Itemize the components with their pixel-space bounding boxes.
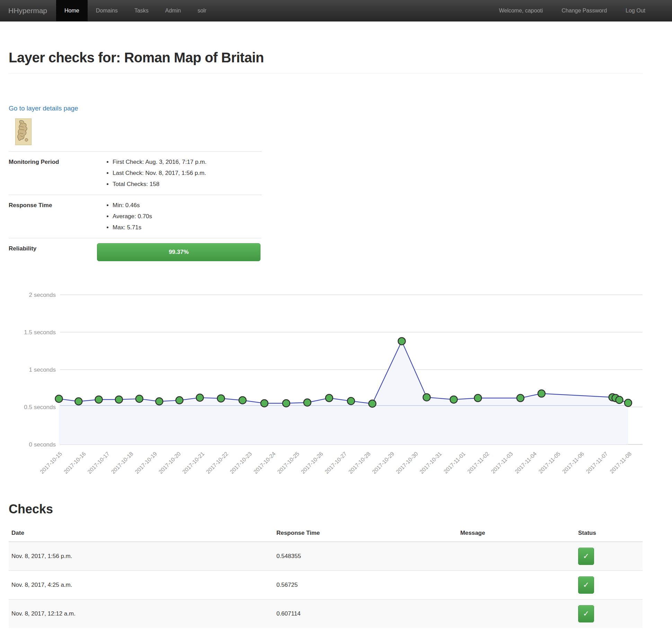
y-axis-tick-label: 0.5 seconds — [24, 404, 56, 410]
x-axis-tick-label: 2017-11-08 — [609, 451, 633, 475]
nav-item-domains[interactable]: Domains — [88, 0, 126, 21]
data-point-marker — [326, 395, 333, 402]
column-header-message: Message — [458, 525, 575, 542]
x-axis-tick-label: 2017-10-24 — [253, 451, 277, 475]
detail-item: Max: 5.71s — [113, 222, 262, 233]
x-axis-tick-label: 2017-10-15 — [39, 451, 63, 475]
data-point-marker — [75, 398, 82, 405]
x-axis-tick-label: 2017-11-05 — [538, 451, 562, 475]
status-ok-check-icon[interactable]: ✓ — [578, 576, 594, 594]
data-point-marker — [115, 396, 123, 403]
check-message-cell — [458, 600, 575, 628]
response-time-chart: 0 seconds0.5 seconds1 seconds1.5 seconds… — [9, 285, 643, 493]
data-point-marker — [474, 395, 481, 402]
detail-item: Last Check: Nov. 8, 2017, 1:56 p.m. — [113, 168, 262, 179]
data-point-marker — [156, 398, 163, 405]
column-header-date: Date — [9, 525, 274, 542]
data-point-marker — [616, 396, 623, 404]
checks-heading: Checks — [9, 502, 643, 516]
nav-item-admin[interactable]: Admin — [157, 0, 189, 21]
layer-summary-table: Monitoring Period First Check: Aug. 3, 2… — [9, 151, 262, 266]
x-axis-tick-label: 2017-10-28 — [347, 451, 372, 475]
x-axis-tick-label: 2017-11-01 — [443, 451, 467, 475]
y-axis-tick-label: 2 seconds — [29, 292, 56, 298]
y-axis-tick-label: 0 seconds — [29, 441, 56, 448]
response-time-list: Min: 0.46sAverage: 0.70sMax: 5.71s — [97, 200, 262, 233]
reliability-progress-bar: 99.37% — [97, 243, 260, 261]
nav-item-tasks[interactable]: Tasks — [126, 0, 157, 21]
check-response-time-cell: 0.56725 — [274, 571, 458, 600]
content-wrapper: Layer checks for: Roman Map of Britain G… — [9, 50, 643, 628]
data-point-marker — [423, 393, 430, 401]
x-axis-tick-label: 2017-10-19 — [134, 451, 158, 475]
data-point-marker — [261, 400, 268, 407]
x-axis-tick-label: 2017-11-02 — [466, 451, 490, 475]
x-axis-tick-label: 2017-10-26 — [300, 451, 324, 475]
checks-header-row: Date Response Time Message Status — [9, 525, 643, 542]
check-date-cell: Nov. 8, 2017, 1:56 p.m. — [9, 542, 274, 571]
x-axis-tick-label: 2017-10-16 — [63, 451, 87, 475]
detail-item: Min: 0.46s — [113, 200, 262, 211]
user-nav-item-2[interactable]: Log Out — [616, 0, 655, 21]
detail-item: Average: 0.70s — [113, 211, 262, 222]
top-navbar: HHypermap HomeDomainsTasksAdminsolr Welc… — [0, 0, 672, 21]
detail-item: Total Checks: 158 — [113, 179, 262, 190]
column-header-response-time: Response Time — [274, 525, 458, 542]
x-axis-tick-label: 2017-11-07 — [585, 451, 609, 475]
check-status-cell: ✓ — [575, 600, 643, 628]
response-time-row: Response Time Min: 0.46sAverage: 0.70sMa… — [9, 195, 262, 238]
layer-details-link[interactable]: Go to layer details page — [9, 105, 78, 112]
check-message-cell — [458, 542, 575, 571]
x-axis-tick-label: 2017-10-22 — [205, 451, 229, 475]
table-row: Nov. 8, 2017, 12:12 a.m.0.607114✓ — [9, 600, 643, 628]
check-status-cell: ✓ — [575, 542, 643, 571]
data-point-marker — [625, 399, 632, 407]
x-axis-tick-label: 2017-10-21 — [181, 451, 205, 475]
data-point-marker — [347, 397, 355, 405]
x-axis-tick-label: 2017-10-31 — [418, 451, 443, 475]
status-ok-check-icon[interactable]: ✓ — [578, 548, 594, 565]
x-axis-tick-label: 2017-10-20 — [158, 451, 182, 475]
table-row: Nov. 8, 2017, 4:25 a.m.0.56725✓ — [9, 571, 643, 600]
data-point-marker — [538, 390, 545, 397]
x-axis-tick-label: 2017-11-03 — [490, 451, 514, 475]
monitoring-period-row: Monitoring Period First Check: Aug. 3, 2… — [9, 152, 262, 195]
data-point-marker — [283, 400, 290, 407]
data-point-marker — [369, 400, 376, 407]
y-axis-tick-label: 1 seconds — [29, 366, 56, 373]
data-point-marker — [239, 397, 246, 404]
x-axis-tick-label: 2017-10-27 — [324, 451, 348, 475]
detail-item: First Check: Aug. 3, 2016, 7:17 p.m. — [113, 157, 262, 168]
data-point-marker — [95, 396, 103, 403]
user-nav-item-1[interactable]: Change Password — [552, 0, 616, 21]
monitoring-period-label: Monitoring Period — [9, 152, 97, 195]
check-date-cell: Nov. 8, 2017, 12:12 a.m. — [9, 600, 274, 628]
reliability-row: Reliability 99.37% — [9, 238, 262, 266]
x-axis-tick-label: 2017-10-29 — [371, 451, 395, 475]
page-title: Layer checks for: Roman Map of Britain — [9, 50, 643, 65]
data-point-marker — [304, 399, 311, 406]
reliability-value: 99.37% — [169, 249, 189, 255]
data-point-marker — [176, 397, 183, 404]
x-axis-tick-label: 2017-11-04 — [514, 451, 538, 475]
main-nav: HomeDomainsTasksAdminsolr — [56, 0, 215, 21]
status-ok-check-icon[interactable]: ✓ — [578, 605, 594, 622]
nav-item-solr[interactable]: solr — [189, 0, 215, 21]
x-axis-tick-label: 2017-10-17 — [86, 451, 110, 475]
nav-item-home[interactable]: Home — [56, 0, 88, 21]
response-time-label: Response Time — [9, 195, 97, 238]
check-message-cell — [458, 571, 575, 600]
monitoring-period-list: First Check: Aug. 3, 2016, 7:17 p.m.Last… — [97, 157, 262, 190]
data-point-marker — [136, 395, 143, 402]
y-axis-tick-label: 1.5 seconds — [24, 329, 56, 336]
user-nav-item-0[interactable]: Welcome, capooti — [489, 0, 552, 21]
data-point-marker — [450, 396, 457, 403]
brand-logo[interactable]: HHypermap — [0, 0, 56, 21]
title-divider — [9, 73, 643, 73]
check-date-cell: Nov. 8, 2017, 4:25 a.m. — [9, 571, 274, 600]
check-response-time-cell: 0.607114 — [274, 600, 458, 628]
check-response-time-cell: 0.548355 — [274, 542, 458, 571]
x-axis-tick-label: 2017-11-06 — [561, 451, 585, 475]
check-status-cell: ✓ — [575, 571, 643, 600]
data-point-marker — [196, 394, 203, 401]
